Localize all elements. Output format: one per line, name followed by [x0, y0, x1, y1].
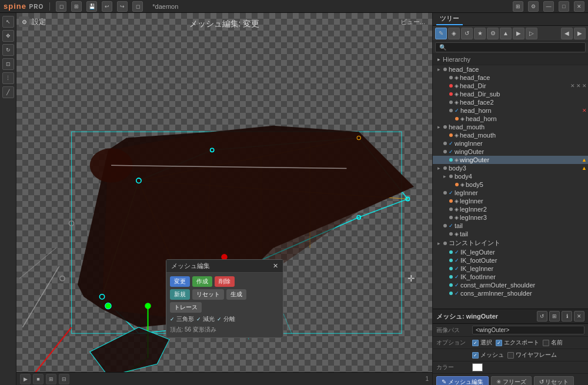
- tree-item-selected[interactable]: ◈ wingOuter ▲: [433, 156, 588, 164]
- bp-refresh-icon[interactable]: ↺: [537, 311, 547, 322]
- rt-select-icon[interactable]: ◈: [448, 28, 460, 39]
- rt-nav-right-icon[interactable]: ▶: [574, 28, 586, 39]
- vb-frame-icon[interactable]: ⊞: [46, 374, 56, 384]
- bp-mesh-edit-btn[interactable]: ✎ メッシュ編集: [436, 376, 489, 385]
- rt-star-icon[interactable]: ★: [474, 28, 486, 39]
- bp-color-val[interactable]: [472, 363, 584, 371]
- mesh-shading-check[interactable]: 減光: [196, 315, 215, 323]
- mesh-delete-btn[interactable]: 削除: [215, 276, 235, 287]
- tree-item[interactable]: ✓ legInner: [433, 189, 588, 197]
- bp-mesh-check[interactable]: ✓ メッシュ: [472, 351, 504, 359]
- lt-pointer-icon[interactable]: ↖: [2, 16, 14, 28]
- mesh-generate-btn[interactable]: 生成: [226, 289, 246, 300]
- tree-item[interactable]: ◈ head_face: [433, 73, 588, 82]
- tree-view[interactable]: ▸ head_face ◈ head_face ◈ head_Dir ✕ ✕ ✕: [433, 65, 588, 309]
- settings-button[interactable]: ⚙: [19, 16, 29, 27]
- lt-scale-icon[interactable]: ⊡: [2, 58, 14, 70]
- tree-label: legInner2: [460, 206, 487, 213]
- tree-item[interactable]: ✓ wingInner: [433, 139, 588, 148]
- bp-copy-icon[interactable]: ⊞: [549, 311, 560, 322]
- mesh-trace-btn[interactable]: トレース: [170, 302, 202, 313]
- bp-image-val[interactable]: <wingOuter>: [472, 326, 584, 334]
- topbar-undo-icon[interactable]: ↩: [102, 1, 112, 12]
- tree-item[interactable]: ✓ IK_footOuter: [433, 256, 588, 265]
- topbar-extra-icon[interactable]: ◻: [132, 1, 143, 12]
- tree-item[interactable]: ✓ tail: [433, 222, 588, 230]
- view-mode-label[interactable]: ビュー...: [400, 18, 425, 26]
- rt-play-icon[interactable]: ▶: [513, 28, 524, 39]
- tree-item[interactable]: ◈ head_face2: [433, 98, 588, 106]
- tree-item[interactable]: ▸ body4: [433, 172, 588, 180]
- mesh-reset-btn[interactable]: リセット: [192, 289, 224, 300]
- side-icon: ✕: [582, 83, 587, 89]
- vb-frame-label: 1: [425, 376, 429, 382]
- tree-item[interactable]: ✓ head_horn ✕: [433, 106, 588, 115]
- tree-item[interactable]: ✓ IK_footInner: [433, 273, 588, 281]
- mesh-new-btn[interactable]: 新規: [170, 289, 190, 300]
- tree-item[interactable]: ◈ legInner2: [433, 205, 588, 213]
- tree-item[interactable]: ◈ tail: [433, 230, 588, 238]
- tree-item[interactable]: ◈ head_horn: [433, 115, 588, 123]
- tree-item[interactable]: ▸ head_mouth: [433, 123, 588, 131]
- lt-move-icon[interactable]: ✥: [2, 30, 14, 42]
- vb-play-icon[interactable]: ▶: [20, 374, 31, 384]
- topbar-close-icon[interactable]: ✕: [574, 1, 584, 12]
- vb-stop-icon[interactable]: ■: [33, 374, 44, 384]
- mesh-triangle-check[interactable]: 三角形: [170, 315, 194, 323]
- topbar-open-icon[interactable]: ⊞: [71, 1, 82, 12]
- topbar-settings-icon[interactable]: ⚙: [528, 1, 539, 12]
- mesh-info: 頂点: 56 変形済み: [170, 326, 279, 334]
- topbar-save-icon[interactable]: 💾: [86, 1, 97, 12]
- tree-item[interactable]: ◈ head_mouth: [433, 131, 588, 139]
- bp-freeze-btn[interactable]: ✳ フリーズ: [491, 376, 532, 385]
- mesh-split-check[interactable]: 分離: [217, 315, 235, 323]
- tree-item[interactable]: ✓ wingOuter: [433, 148, 588, 156]
- topbar-view-icon[interactable]: ⊞: [513, 1, 523, 12]
- rt-settings-icon[interactable]: ⚙: [487, 28, 499, 39]
- lt-bone-icon[interactable]: ╱: [2, 86, 14, 98]
- mesh-panel-close[interactable]: ✕: [273, 262, 278, 270]
- bp-wireframe-check[interactable]: ワイヤフレーム: [507, 351, 557, 359]
- tab-tree[interactable]: ツリー: [436, 13, 463, 25]
- tree-item[interactable]: ◈ head_Dir_sub: [433, 90, 588, 98]
- tree-item[interactable]: ▸ コンストレイント: [433, 238, 588, 248]
- tree-item[interactable]: ✓ const_armOuter_shoulder: [433, 281, 588, 289]
- vb-grid-icon[interactable]: ⊟: [59, 374, 69, 384]
- tree-item[interactable]: ▸ body3 ▲: [433, 164, 588, 172]
- tree-item[interactable]: ◈ legInner: [433, 197, 588, 205]
- tree-item[interactable]: ◈ head_Dir ✕ ✕ ✕: [433, 82, 588, 90]
- lt-rotate-icon[interactable]: ↻: [2, 44, 14, 56]
- bp-info-icon[interactable]: ℹ: [562, 311, 572, 322]
- tree-mesh-icon: ◈: [455, 99, 459, 105]
- rt-refresh-icon[interactable]: ↺: [461, 28, 473, 39]
- logo-pro: PRO: [29, 4, 44, 10]
- tree-item[interactable]: ✓ IK_legInner: [433, 265, 588, 273]
- rt-nav-left-icon[interactable]: ◀: [561, 28, 573, 39]
- search-input[interactable]: [435, 42, 586, 52]
- rt-edit-icon[interactable]: ✎: [435, 28, 447, 39]
- side-icon: ✕: [576, 83, 581, 89]
- mesh-change-btn[interactable]: 変更: [170, 276, 190, 287]
- mesh-create-btn[interactable]: 作成: [192, 276, 212, 287]
- topbar-redo-icon[interactable]: ↪: [117, 1, 128, 12]
- tree-item[interactable]: ✓ cons_armInner_shoulder: [433, 289, 588, 297]
- bp-select-check[interactable]: ✓ 選択: [472, 339, 492, 347]
- topbar-minimize-icon[interactable]: —: [543, 1, 554, 12]
- bp-close-icon[interactable]: ✕: [574, 311, 584, 322]
- tree-label: IK_legInner: [460, 265, 493, 272]
- tree-item[interactable]: ◈ legInner3: [433, 213, 588, 222]
- rt-next-icon[interactable]: ▷: [526, 28, 537, 39]
- lt-mesh-icon[interactable]: ⋮: [2, 72, 14, 84]
- rt-up-icon[interactable]: ▲: [500, 28, 512, 39]
- color-swatch[interactable]: [472, 363, 483, 371]
- tree-item[interactable]: ▸ head_face: [433, 65, 588, 73]
- viewport[interactable]: ⚙ 設定 メッシュ編集: 変更 ビュー...: [16, 13, 432, 385]
- bp-reset-btn[interactable]: ↺ リセット: [534, 376, 574, 385]
- bp-name-check[interactable]: 名前: [543, 339, 563, 347]
- topbar-maximize-icon[interactable]: □: [559, 1, 569, 12]
- bp-export-check[interactable]: ✓ エクスポート: [496, 339, 539, 347]
- tree-item[interactable]: ◈ body5: [433, 180, 588, 189]
- tree-dot: [449, 84, 453, 88]
- topbar-new-icon[interactable]: ◻: [56, 1, 66, 12]
- tree-item[interactable]: ✓ IK_legOuter: [433, 248, 588, 256]
